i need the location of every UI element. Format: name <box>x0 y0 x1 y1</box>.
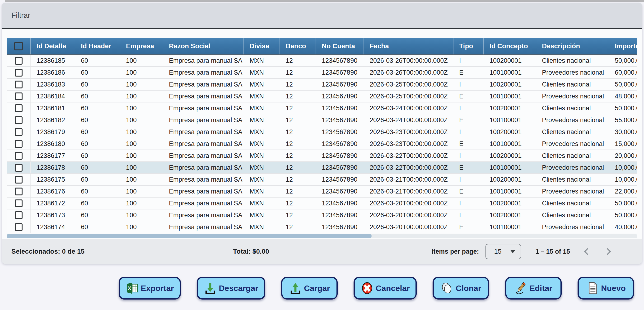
row-checkbox[interactable] <box>15 104 22 112</box>
previous-page-button[interactable] <box>581 246 592 257</box>
table-cell: 12 <box>280 152 316 160</box>
row-checkbox[interactable] <box>15 188 22 195</box>
column-header: Divisa <box>244 38 280 54</box>
table-cell: Clientes nacional <box>536 128 609 136</box>
table-row[interactable]: 1238617460100Empresa para manual SAMXN12… <box>7 221 637 233</box>
cancelar-button[interactable]: Cancelar <box>354 277 417 299</box>
table-row[interactable]: 1238618260100Empresa para manual SAMXN12… <box>7 114 637 126</box>
table-cell: 2026-03-22T00:00:00.000Z <box>364 152 454 160</box>
table-cell: 2026-03-26T00:00:00.000Z <box>364 57 454 64</box>
table-row[interactable]: 1238617560100Empresa para manual SAMXN12… <box>7 174 637 186</box>
table-cell: 1234567890 <box>316 105 364 112</box>
row-checkbox[interactable] <box>15 152 22 160</box>
column-header: Razon Social <box>163 38 244 54</box>
table-row[interactable]: 1238617760100Empresa para manual SAMXN12… <box>7 150 637 162</box>
selected-count-label: Seleccionados: 0 de 15 <box>12 239 84 264</box>
table-cell: MXN <box>244 176 280 183</box>
table-cell: 100 <box>120 105 163 112</box>
horizontal-scrollbar[interactable] <box>7 234 637 238</box>
column-header: Fecha <box>364 38 454 54</box>
table-cell: 1234567890 <box>316 69 364 76</box>
table-cell: 12 <box>280 105 316 112</box>
table-row[interactable]: 1238618560100Empresa para manual SAMXN12… <box>7 55 637 67</box>
clonar-button[interactable]: Clonar <box>432 277 489 299</box>
row-checkbox[interactable] <box>15 128 22 136</box>
table-row[interactable]: 1238618160100Empresa para manual SAMXN12… <box>7 102 637 114</box>
table-row[interactable]: 1238617860100Empresa para manual SAMXN12… <box>7 162 637 174</box>
table-header-row: Id DetalleId HeaderEmpresaRazon SocialDi… <box>7 38 637 55</box>
row-checkbox[interactable] <box>15 211 22 219</box>
table-cell: Empresa para manual SA <box>163 176 244 183</box>
table-cell: Clientes nacional <box>536 81 609 88</box>
row-checkbox[interactable] <box>15 176 22 184</box>
table-cell: 1234567890 <box>316 57 364 64</box>
filter-panel[interactable]: Filtrar <box>2 3 642 29</box>
table-cell: Empresa para manual SA <box>163 152 244 160</box>
row-checkbox-cell <box>7 186 31 197</box>
table-cell: MXN <box>244 140 280 148</box>
table-cell: 2026-03-26T00:00:00.000Z <box>364 69 454 76</box>
results-card: Filtrar Id DetalleId HeaderEmpresaRazon … <box>2 3 642 264</box>
table-cell: 50,000.00 <box>609 81 637 88</box>
table-cell: Proveedores nacional <box>536 164 609 172</box>
exportar-button[interactable]: XExportar <box>119 277 181 299</box>
horizontal-scrollbar-thumb[interactable] <box>7 234 372 238</box>
table-cell: I <box>454 152 484 160</box>
download-icon <box>204 281 217 295</box>
table-cell: Empresa para manual SA <box>163 105 244 112</box>
table-cell: I <box>454 105 484 112</box>
select-all-checkbox[interactable] <box>14 42 23 50</box>
table-cell: Proveedores nacional <box>536 140 609 148</box>
cancel-icon <box>360 281 374 295</box>
table-cell: MXN <box>244 212 280 219</box>
table-row[interactable]: 1238618660100Empresa para manual SAMXN12… <box>7 67 637 79</box>
row-checkbox[interactable] <box>15 200 22 207</box>
table-cell: 2026-03-21T00:00:00.000Z <box>364 188 454 195</box>
row-checkbox[interactable] <box>15 140 22 148</box>
cargar-button[interactable]: Cargar <box>281 277 338 299</box>
table-cell: Empresa para manual SA <box>163 69 244 76</box>
table-row[interactable]: 1238618460100Empresa para manual SAMXN12… <box>7 91 637 102</box>
table-cell: 60 <box>75 212 120 219</box>
table-row[interactable]: 1238617660100Empresa para manual SAMXN12… <box>7 186 637 198</box>
table-cell: 2026-03-21T00:00:00.000Z <box>364 176 454 183</box>
table-cell: 60 <box>75 93 120 100</box>
row-checkbox[interactable] <box>15 116 22 124</box>
table-cell: 12386185 <box>31 57 75 64</box>
row-checkbox-cell <box>7 55 31 66</box>
row-checkbox[interactable] <box>15 164 22 172</box>
table-cell: MXN <box>244 69 280 76</box>
table-cell: Empresa para manual SA <box>163 81 244 88</box>
table-cell: 100 <box>120 81 163 88</box>
table-cell: I <box>454 128 484 136</box>
table-row[interactable]: 1238617260100Empresa para manual SAMXN12… <box>7 198 637 209</box>
table-cell: Clientes nacional <box>536 176 609 183</box>
table-cell: 12386186 <box>31 69 75 76</box>
editar-button[interactable]: Editar <box>505 277 562 299</box>
table-cell: 40,000.00 <box>609 223 637 231</box>
table-row[interactable]: 1238617960100Empresa para manual SAMXN12… <box>7 126 637 138</box>
row-checkbox[interactable] <box>15 81 22 88</box>
row-checkbox[interactable] <box>15 223 22 231</box>
table-cell: 1234567890 <box>316 188 364 195</box>
next-page-button[interactable] <box>603 246 614 257</box>
table-cell: I <box>454 81 484 88</box>
column-header: Empresa <box>120 38 163 54</box>
table-cell: 1234567890 <box>316 116 364 124</box>
nuevo-button[interactable]: Nuevo <box>578 277 634 299</box>
table-row[interactable]: 1238617360100Empresa para manual SAMXN12… <box>7 209 637 221</box>
row-checkbox[interactable] <box>15 69 22 77</box>
table-row[interactable]: 1238618060100Empresa para manual SAMXN12… <box>7 138 637 150</box>
column-header: Descripción <box>536 38 609 54</box>
table-cell: 55,000.00 <box>609 116 637 124</box>
table-row[interactable]: 1238618360100Empresa para manual SAMXN12… <box>7 79 637 91</box>
row-checkbox[interactable] <box>15 57 22 65</box>
table-cell: 12386178 <box>31 164 75 172</box>
table-cell: I <box>454 212 484 219</box>
descargar-button[interactable]: Descargar <box>197 277 265 299</box>
items-per-page-select[interactable]: 15 <box>486 244 521 259</box>
row-checkbox[interactable] <box>15 92 22 100</box>
table-cell: 22,000.00 <box>609 188 637 195</box>
table-cell: 100 <box>120 93 163 100</box>
table-cell: Empresa para manual SA <box>163 93 244 100</box>
